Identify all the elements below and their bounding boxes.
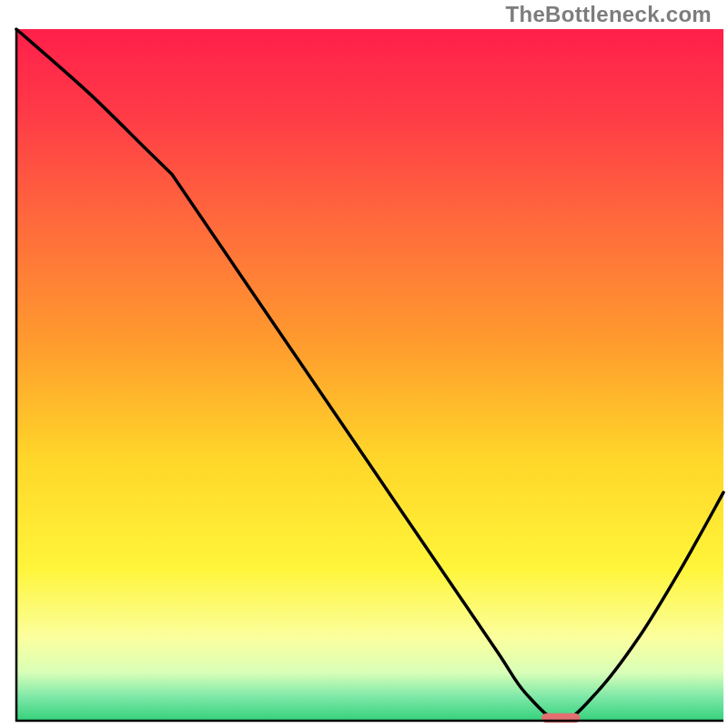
chart-background xyxy=(16,29,723,721)
chart-canvas: TheBottleneck.com xyxy=(0,0,728,728)
chart-svg xyxy=(0,0,728,728)
